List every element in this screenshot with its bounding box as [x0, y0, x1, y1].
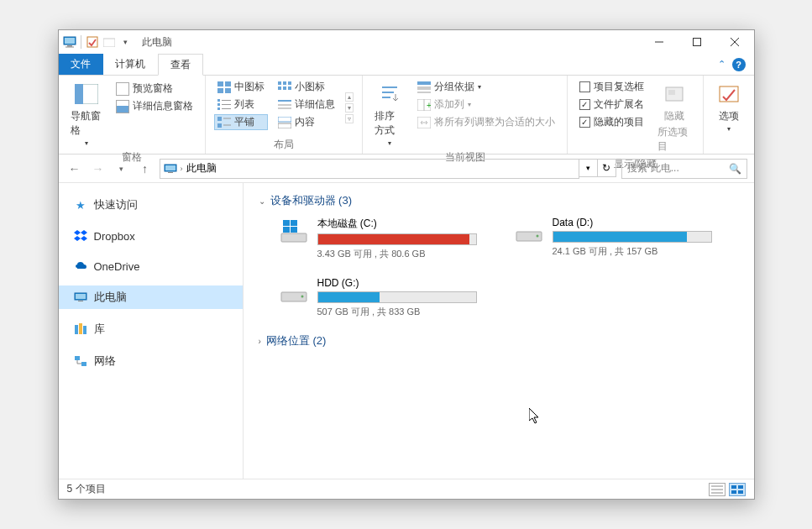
address-dropdown[interactable]: ▾	[579, 159, 598, 177]
minimize-button[interactable]	[641, 30, 678, 54]
layout-tiles[interactable]: 平铺	[214, 114, 268, 130]
back-button[interactable]: ←	[65, 160, 84, 178]
drive-name: 本地磁盘 (C:)	[317, 217, 480, 231]
collapse-ribbon-icon[interactable]: ⌃	[718, 59, 726, 70]
navpane-icon	[73, 81, 100, 107]
up-button[interactable]: ↑	[136, 160, 155, 178]
layout-scroll-down[interactable]: ▾	[345, 103, 354, 113]
group-header-devices[interactable]: ⌄ 设备和驱动器 (3)	[259, 193, 739, 208]
help-icon[interactable]: ?	[732, 58, 746, 71]
layout-expand[interactable]: ▿	[345, 114, 354, 123]
view-tiles-icon[interactable]	[729, 483, 746, 496]
ribbon-group-layout: 中图标 列表 平铺 小图标 详细信息 内容 ▴ ▾ ▿ 布局	[206, 76, 363, 154]
svg-rect-52	[168, 172, 173, 173]
navigation-pane-button[interactable]: 导航窗格 ▾	[67, 79, 107, 149]
svg-rect-56	[75, 325, 78, 334]
hidden-items-toggle[interactable]: 隐藏的项目	[576, 114, 647, 130]
address-location[interactable]: 此电脑	[186, 161, 217, 175]
item-checkboxes-toggle[interactable]: 项目复选框	[576, 79, 647, 95]
tab-file[interactable]: 文件	[59, 54, 103, 75]
sidebar-item-quickaccess[interactable]: ★快速访问	[59, 193, 243, 217]
svg-rect-29	[278, 86, 281, 90]
svg-rect-60	[81, 362, 86, 366]
checkbox-icon	[579, 81, 590, 92]
chevron-right-icon[interactable]: ›	[181, 165, 183, 173]
tiles-icon	[217, 117, 231, 128]
size-columns-button[interactable]: 将所有列调整为合适的大小	[414, 114, 558, 130]
checkbox-checked-icon	[579, 99, 590, 110]
pc-icon	[164, 164, 177, 174]
svg-rect-65	[291, 227, 297, 233]
layout-scroll-up[interactable]: ▴	[345, 92, 354, 102]
search-icon: 🔍	[729, 163, 741, 175]
add-columns-button[interactable]: +添加列 ▾	[414, 97, 558, 113]
properties-icon[interactable]	[85, 34, 100, 50]
drive-item[interactable]: 本地磁盘 (C:)3.43 GB 可用 , 共 80.6 GB	[279, 217, 480, 260]
svg-rect-4	[87, 37, 97, 47]
window-title: 此电脑	[142, 35, 172, 50]
recent-dropdown[interactable]: ▾	[113, 160, 131, 178]
svg-rect-13	[225, 81, 231, 86]
svg-point-69	[301, 296, 303, 298]
file-extensions-toggle[interactable]: 文件扩展名	[576, 97, 647, 113]
sidebar-item-libraries[interactable]: 库	[59, 317, 243, 341]
qat-dropdown-icon[interactable]: ▾	[118, 34, 134, 50]
maximize-button[interactable]	[678, 30, 716, 54]
body: ★快速访问 Dropbox OneDrive 此电脑 库 网络 ⌄ 设备和驱动器…	[59, 183, 754, 479]
close-button[interactable]	[716, 30, 754, 54]
svg-rect-73	[731, 485, 736, 489]
sort-by-button[interactable]: 排序方式 ▾	[371, 79, 407, 149]
usage-bar	[553, 231, 712, 243]
tab-view[interactable]: 查看	[158, 54, 203, 76]
svg-rect-76	[738, 490, 743, 494]
new-folder-icon[interactable]	[102, 34, 117, 50]
refresh-button[interactable]: ↻	[598, 159, 616, 177]
sidebar-item-network[interactable]: 网络	[59, 349, 243, 373]
svg-rect-12	[217, 81, 223, 86]
svg-point-67	[536, 235, 538, 238]
ribbon-toggle: ⌃ ?	[718, 54, 754, 75]
layout-small[interactable]: 小图标	[275, 79, 338, 95]
forward-button[interactable]: →	[89, 160, 107, 178]
ribbon-group-showhide: 项目复选框 文件扩展名 隐藏的项目 隐藏 所选项目 显示/隐藏	[568, 76, 704, 154]
layout-list[interactable]: 列表	[214, 97, 268, 113]
layout-details[interactable]: 详细信息	[275, 97, 338, 113]
chevron-right-icon: ›	[259, 337, 261, 346]
ribbon-group-currentview: 排序方式 ▾ 分组依据 ▾ +添加列 ▾ 将所有列调整为合适的大小 当前视图	[363, 76, 568, 154]
details-pane-button[interactable]: 详细信息窗格	[113, 98, 196, 114]
svg-rect-16	[217, 99, 220, 102]
chevron-down-icon: ▾	[388, 139, 391, 147]
drive-name: HDD (G:)	[317, 277, 480, 289]
window-controls	[641, 30, 754, 54]
preview-pane-button[interactable]: 预览窗格	[113, 81, 196, 97]
svg-rect-28	[288, 81, 291, 85]
svg-rect-49	[720, 86, 738, 102]
search-input[interactable]: 搜索"此电... 🔍	[621, 159, 747, 179]
svg-rect-36	[278, 123, 291, 128]
ribbon-group-options: 选项 ▾	[704, 76, 754, 154]
group-by-button[interactable]: 分组依据 ▾	[414, 79, 558, 95]
sidebar-item-onedrive[interactable]: OneDrive	[59, 255, 243, 277]
drive-name: Data (D:)	[553, 217, 715, 228]
options-button[interactable]: 选项 ▾	[712, 79, 746, 139]
drive-icon	[279, 217, 309, 244]
ribbon-group-panes: 导航窗格 ▾ 预览窗格 详细信息窗格 窗格	[59, 76, 207, 154]
layout-medium[interactable]: 中图标	[214, 79, 268, 95]
sidebar-item-dropbox[interactable]: Dropbox	[59, 225, 243, 247]
group-header-network[interactable]: › 网络位置 (2)	[259, 333, 739, 348]
layout-content[interactable]: 内容	[275, 114, 338, 130]
drive-item[interactable]: Data (D:)24.1 GB 可用 , 共 157 GB	[514, 217, 715, 260]
svg-rect-17	[217, 103, 220, 106]
svg-rect-64	[283, 227, 290, 233]
svg-rect-54	[76, 294, 86, 299]
sidebar-item-thispc[interactable]: 此电脑	[59, 285, 243, 309]
view-details-icon[interactable]	[709, 483, 726, 496]
address-box[interactable]: › 此电脑	[160, 159, 579, 179]
chevron-down-icon: ▾	[468, 101, 471, 108]
hide-selected-button[interactable]: 隐藏 所选项目	[654, 79, 694, 155]
small-icon	[278, 81, 291, 93]
drive-item[interactable]: HDD (G:)507 GB 可用 , 共 833 GB	[279, 277, 480, 318]
svg-rect-55	[78, 301, 83, 301]
onedrive-icon	[74, 259, 87, 273]
tab-computer[interactable]: 计算机	[103, 54, 158, 75]
